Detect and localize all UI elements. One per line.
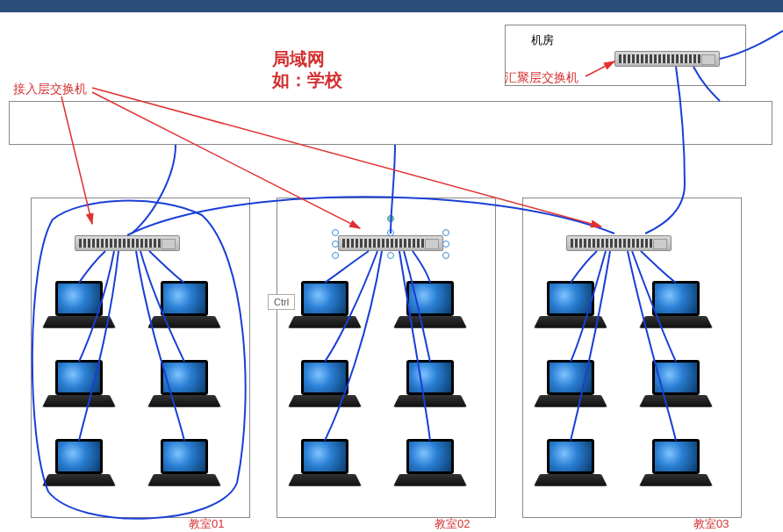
rotation-handle[interactable] (387, 215, 394, 222)
laptop (540, 439, 601, 492)
laptop (154, 360, 215, 413)
access-switch-01 (75, 235, 180, 251)
diagram-title-line2: 如：学校 (272, 68, 342, 92)
selection-handle[interactable] (387, 229, 394, 236)
ctrl-badge: Ctrl (268, 294, 295, 310)
selection-handle[interactable] (442, 241, 449, 248)
classroom-02-label: 教室02 (435, 516, 470, 532)
aggregation-switch (614, 51, 720, 67)
laptop (294, 281, 356, 334)
laptop (48, 281, 110, 334)
selection-handle[interactable] (387, 252, 394, 259)
laptop (540, 360, 601, 413)
laptop (154, 281, 215, 334)
laptop (294, 439, 356, 492)
distribution-bar (9, 101, 772, 145)
classroom-01-label: 教室01 (189, 516, 224, 532)
access-switch-label: 接入层交换机 (13, 82, 87, 97)
top-bar (0, 0, 783, 12)
laptop (540, 281, 601, 334)
selection-handle[interactable] (442, 229, 449, 236)
selection-handle[interactable] (332, 229, 339, 236)
laptop (399, 360, 461, 413)
laptop (48, 439, 110, 492)
selection-handle[interactable] (332, 241, 339, 248)
access-switch-03 (566, 235, 672, 251)
selection-handle[interactable] (332, 252, 339, 259)
laptop (645, 439, 707, 492)
laptop (645, 360, 707, 413)
classroom-03-label: 教室03 (693, 516, 729, 532)
laptop (399, 439, 461, 492)
laptop (154, 439, 215, 492)
selection-handle[interactable] (442, 252, 449, 259)
laptop (294, 360, 356, 413)
access-switch-02 (338, 235, 443, 251)
laptop (399, 281, 461, 334)
laptop (48, 360, 110, 413)
laptop (645, 281, 707, 334)
diagram-title-line1: 局域网 (272, 47, 325, 71)
